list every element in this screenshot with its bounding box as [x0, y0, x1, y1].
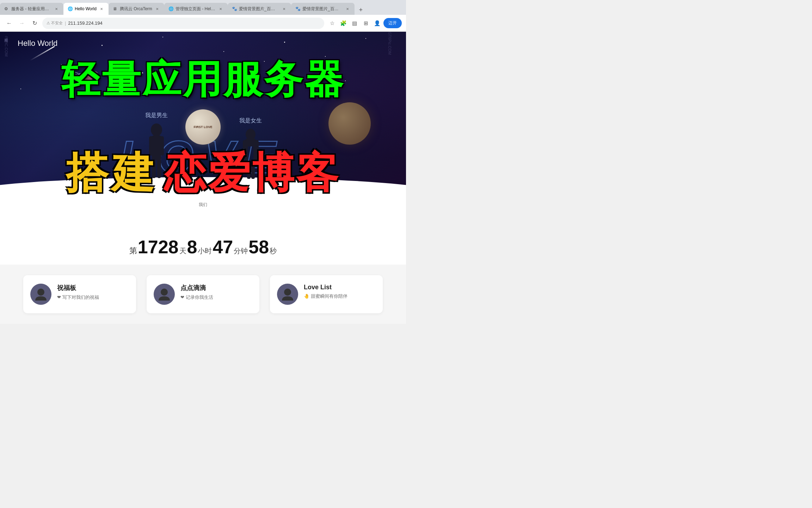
new-tab-button[interactable]: +	[356, 5, 366, 15]
timer-seconds-unit: 秒	[270, 246, 277, 256]
sign-in-button[interactable]: 迈开	[383, 18, 402, 28]
tab-favicon-hello: 🌐	[68, 6, 73, 11]
forward-button[interactable]: →	[17, 18, 27, 28]
tab-favicon-orca: 🖥	[113, 6, 118, 11]
bookmark-star-button[interactable]: ☆	[327, 18, 337, 28]
card-avatar-lovelist	[277, 284, 298, 305]
address-input-wrap[interactable]: ⚠ 不安全 | 211.159.224.194	[42, 18, 324, 29]
tab-bar: ⚙ 服务器 - 轻量应用服务器 ✕ 🌐 Hello World ✕ 🖥 腾讯云 …	[0, 0, 406, 15]
tab-title-baidu2: 爱情背景图片_百度图片...	[302, 6, 343, 12]
tab-title-baidu1: 爱情背景图片_百度搜索	[239, 6, 279, 12]
star-icon: ☆	[330, 20, 334, 26]
back-icon: ←	[6, 20, 12, 26]
avatar-silhouette-2	[157, 287, 171, 301]
tab-close-hello[interactable]: ✕	[99, 6, 104, 12]
tab-title-orca: 腾讯云 OrcaTerm	[120, 6, 152, 12]
warning-icon: ⚠	[47, 21, 50, 25]
extensions-button[interactable]: 🧩	[338, 18, 348, 28]
watermark-logo-left: 图精灵·PIPIC.COM	[4, 35, 9, 57]
love-blog-text: 恋爱博客	[164, 149, 340, 196]
toolbar-icons: ☆ 🧩 ▤ ⊞ 👤 迈开	[327, 18, 402, 28]
card-info-blessings: 祝福板 ❤ 写下对我们的祝福	[57, 284, 129, 301]
timer-hours: 8	[187, 236, 197, 258]
card-info-diary: 点点滴滴 ❤ 记录你我生活	[180, 284, 252, 301]
timer-prefix: 第	[129, 246, 137, 256]
card-avatar-blessings	[30, 284, 51, 305]
browser-frame: ⚙ 服务器 - 轻量应用服务器 ✕ 🌐 Hello World ✕ 🖥 腾讯云 …	[0, 0, 406, 32]
tab-title-admin: 管理独立页面 - Hello W...	[176, 6, 216, 12]
card-title-lovelist: Love List	[304, 284, 376, 291]
address-bar: ← → ↻ ⚠ 不安全 | 211.159.224.194 ☆ 🧩 ▤	[0, 15, 406, 32]
watermark-logo-right: GT6Pic.COM	[388, 32, 392, 55]
svg-point-17	[161, 289, 168, 296]
tab-baidu1[interactable]: 🐾 爱情背景图片_百度搜索 ✕	[228, 3, 291, 15]
girl-label: 我是女生	[239, 117, 262, 125]
tab-baidu2[interactable]: 🐾 爱情背景图片_百度图片... ✕	[291, 3, 355, 15]
timer-section: 第 1728 天 8 小时 47 分钟 58 秒	[0, 215, 406, 265]
svg-point-18	[284, 289, 291, 296]
timer-hours-unit: 小时	[198, 246, 212, 256]
card-desc-diary: ❤ 记录你我生活	[180, 294, 252, 301]
sign-in-label: 迈开	[388, 20, 397, 25]
timer-seconds: 58	[248, 236, 269, 258]
tab-services[interactable]: ⚙ 服务器 - 轻量应用服务器 ✕	[0, 3, 63, 15]
boy-label: 我是男生	[145, 112, 168, 119]
security-label: 不安全	[51, 20, 63, 26]
tab-close-services[interactable]: ✕	[54, 6, 59, 12]
card-desc-blessings: ❤ 写下对我们的祝福	[57, 294, 129, 301]
cards-section: 祝福板 ❤ 写下对我们的祝福 点点滴滴 ❤ 记录你我生活	[0, 265, 406, 324]
svg-point-16	[37, 289, 44, 296]
hello-world-heading: Hello World	[18, 39, 57, 48]
forward-icon: →	[19, 20, 25, 26]
tab-orcaterm[interactable]: 🖥 腾讯云 OrcaTerm ✕	[109, 3, 164, 15]
tab-favicon-baidu1: 🐾	[232, 6, 237, 11]
card-avatar-diary	[154, 284, 175, 305]
tab-close-baidu1[interactable]: ✕	[281, 6, 287, 12]
tab-favicon-admin: 🌐	[168, 6, 173, 11]
refresh-button[interactable]: ↻	[30, 18, 39, 28]
svg-point-5	[151, 123, 162, 136]
iframe-subtext: 我们	[199, 202, 207, 207]
hero-main-title: 轻量应用服务器	[0, 60, 406, 99]
big-title-overlay: 搭建 恋爱博客	[0, 145, 406, 202]
separator: |	[65, 21, 66, 26]
tab-close-baidu2[interactable]: ✕	[345, 6, 350, 12]
grid-icon: ⊞	[364, 20, 368, 26]
refresh-icon: ↻	[32, 20, 37, 26]
timer-days: 1728	[138, 236, 179, 258]
back-button[interactable]: ←	[4, 18, 14, 28]
tab-close-admin[interactable]: ✕	[218, 6, 223, 12]
profile-avatar[interactable]: 👤	[372, 18, 382, 28]
card-info-lovelist: Love List 🤚 甜蜜瞬间有你陪伴	[304, 284, 376, 300]
security-badge: ⚠ 不安全	[47, 20, 63, 26]
card-title-blessings: 祝福板	[57, 284, 129, 292]
tab-admin[interactable]: 🌐 管理独立页面 - Hello W... ✕	[164, 3, 228, 15]
card-lovelist[interactable]: Love List 🤚 甜蜜瞬间有你陪伴	[270, 275, 383, 313]
page-content: 图精灵·PIPIC.COM GT6Pic.COM Hello World 轻量应…	[0, 32, 406, 324]
avatar-silhouette-3	[281, 287, 295, 301]
tab-grid-button[interactable]: ⊞	[361, 18, 371, 28]
timer-days-unit: 天	[179, 246, 186, 256]
puzzle-icon: 🧩	[340, 20, 347, 26]
tab-close-orca[interactable]: ✕	[154, 6, 160, 12]
avatar-icon: 👤	[374, 20, 381, 26]
avatar-silhouette-1	[34, 287, 48, 301]
sidebar-icon: ▤	[352, 20, 357, 26]
tab-favicon-baidu2: 🐾	[295, 6, 300, 11]
card-desc-lovelist: 🤚 甜蜜瞬间有你陪伴	[304, 293, 376, 300]
card-diary[interactable]: 点点滴滴 ❤ 记录你我生活	[147, 275, 259, 313]
timer-display: 第 1728 天 8 小时 47 分钟 58 秒	[0, 236, 406, 258]
sidebar-button[interactable]: ▤	[350, 18, 359, 28]
tab-title-services: 服务器 - 轻量应用服务器	[11, 6, 51, 12]
address-text[interactable]: 211.159.224.194	[68, 20, 320, 26]
tab-favicon-services: ⚙	[4, 6, 9, 11]
tab-title-hello: Hello World	[75, 6, 97, 11]
tab-hello-world[interactable]: 🌐 Hello World ✕	[63, 3, 109, 15]
build-text: 搭建	[66, 149, 158, 196]
overlay-title-area: 搭建 恋爱博客 我们	[0, 194, 406, 215]
card-title-diary: 点点滴滴	[180, 284, 252, 292]
card-blessings[interactable]: 祝福板 ❤ 写下对我们的祝福	[23, 275, 136, 313]
timer-minutes: 47	[213, 236, 233, 258]
timer-minutes-unit: 分钟	[234, 246, 248, 256]
